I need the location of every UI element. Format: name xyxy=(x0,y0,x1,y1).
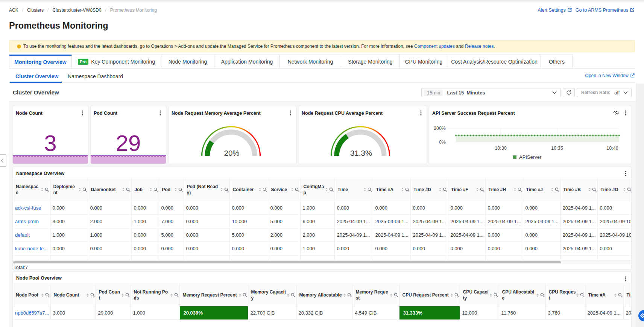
svg-text:0%: 0% xyxy=(439,140,446,145)
svg-text:10:30: 10:30 xyxy=(495,146,506,151)
svg-text:31.3%: 31.3% xyxy=(350,149,372,157)
svg-text:20%: 20% xyxy=(224,149,239,157)
svg-text:10:35: 10:35 xyxy=(551,146,563,151)
svg-text:10:40: 10:40 xyxy=(606,146,618,151)
svg-text:APIServer: APIServer xyxy=(519,154,542,160)
svg-text:200%: 200% xyxy=(434,126,446,131)
